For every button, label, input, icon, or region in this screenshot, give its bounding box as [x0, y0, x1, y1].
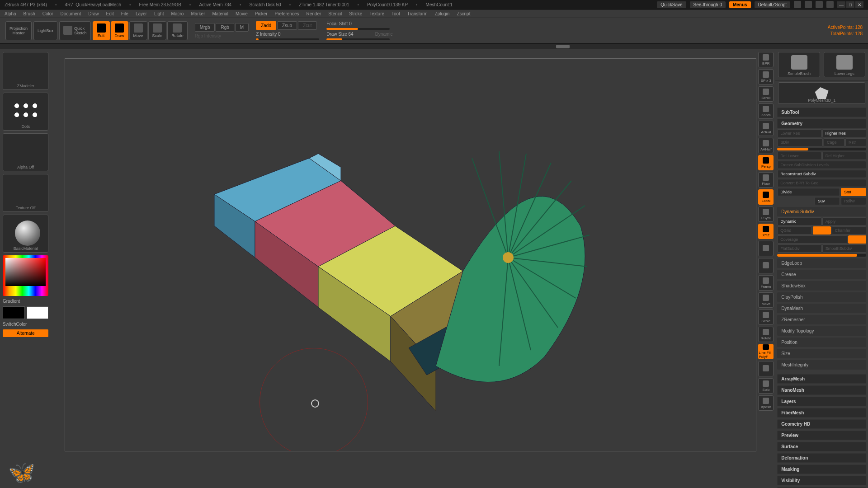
menu-item[interactable]: Preferences — [275, 11, 299, 16]
switch-color-button[interactable]: SwitchColor — [3, 322, 48, 327]
palette-layers[interactable]: Layers — [777, 397, 866, 406]
brush-slot[interactable]: ZModeler — [3, 52, 48, 90]
chamfer-slider[interactable]: Chamfer — [832, 226, 866, 235]
layout-icon[interactable] — [816, 1, 823, 8]
secondary-color[interactable] — [3, 306, 25, 319]
subtool-header[interactable]: SubTool — [777, 108, 866, 117]
smt-toggle[interactable]: Smt — [841, 188, 866, 196]
menu-item[interactable]: Light — [154, 11, 164, 16]
palette-nanomesh[interactable]: NanoMesh — [777, 385, 866, 395]
quicksave-button[interactable]: QuickSave — [657, 1, 686, 8]
alpha-slot[interactable]: Alpha Off — [3, 133, 48, 171]
menu-item[interactable]: Edit — [106, 11, 114, 16]
draw-mode-button[interactable]: Draw — [111, 21, 128, 40]
zsub-toggle[interactable]: Zsub — [277, 21, 297, 30]
menu-item[interactable]: Marker — [191, 11, 205, 16]
menu-item[interactable]: Material — [212, 11, 229, 16]
palette-arraymesh[interactable]: ArrayMesh — [777, 374, 866, 384]
shelf-scale-button[interactable]: Scale — [758, 310, 774, 325]
menu-item[interactable]: File — [121, 11, 128, 16]
quicksketch-button[interactable]: Quick Sketch — [59, 21, 91, 40]
shelf-bpr-button[interactable]: BPR — [758, 52, 774, 67]
sdiv-bar[interactable] — [777, 148, 866, 150]
color-picker[interactable] — [3, 255, 48, 296]
zadd-toggle[interactable]: Zadd — [256, 21, 276, 30]
material-slot[interactable]: BasicMaterial — [3, 215, 48, 253]
m-toggle[interactable]: M — [235, 23, 249, 32]
shelf-blank-button[interactable] — [758, 241, 774, 256]
rgb-toggle[interactable]: Rgb — [216, 23, 234, 32]
flatsubdiv-slider[interactable]: FlatSubdiv — [777, 244, 821, 253]
freeze-subdiv-button[interactable]: Freeze SubDivision Levels — [777, 161, 866, 169]
shelf-move-button[interactable]: Move — [758, 292, 774, 308]
dynamic-button[interactable]: Dynamic — [777, 217, 821, 225]
shelf-line-fill-polyf-button[interactable]: Line Fill PolyF — [758, 344, 774, 359]
shelf-aahalf-button[interactable]: AAHalf — [758, 138, 774, 153]
palette-geometry-hd[interactable]: Geometry HD — [777, 419, 866, 429]
section-position[interactable]: Position — [777, 338, 866, 347]
canvas-scroll-strip[interactable] — [0, 44, 868, 49]
menu-item[interactable]: Alpha — [5, 11, 16, 16]
shelf-zoom-button[interactable]: Zoom — [758, 103, 774, 119]
shelf-frame-button[interactable]: Frame — [758, 275, 774, 291]
section-meshintegrity[interactable]: MeshIntegrity — [777, 360, 866, 370]
smoothsubdiv-bar[interactable] — [777, 254, 866, 257]
shelf-spix-3-button[interactable]: SPix 3 — [758, 69, 774, 84]
geometry-header[interactable]: Geometry — [777, 119, 866, 128]
shelf-floor-button[interactable]: Floor — [758, 172, 774, 188]
shelf-xpose-button[interactable]: Xpose — [758, 395, 774, 411]
lightbox-button[interactable]: LightBox — [33, 21, 57, 40]
del-lower-button[interactable]: Del Lower — [777, 152, 821, 160]
section-dynamesh[interactable]: DynaMesh — [777, 304, 866, 313]
palette-fibermesh[interactable]: FiberMesh — [777, 408, 866, 418]
qgrid-value[interactable] — [813, 226, 831, 235]
shelf-solo-button[interactable]: Solo — [758, 378, 774, 394]
menu-item[interactable]: Transform — [407, 11, 427, 16]
z-intensity-label[interactable]: Z Intensity 0 — [256, 32, 319, 37]
layout-icon[interactable] — [794, 1, 801, 8]
default-zscript[interactable]: DefaultZScript — [755, 1, 790, 8]
cage-toggle[interactable]: Cage — [824, 138, 844, 146]
menu-item[interactable]: Zplugin — [435, 11, 450, 16]
scale-mode-button[interactable]: Scale — [148, 21, 167, 40]
section-shadowbox[interactable]: ShadowBox — [777, 281, 866, 291]
menu-item[interactable]: Document — [61, 11, 81, 16]
menu-item[interactable]: Tool — [392, 11, 400, 16]
minimize-button[interactable]: — — [837, 1, 845, 8]
palette-preview[interactable]: Preview — [777, 431, 866, 440]
menu-item[interactable]: Macro — [171, 11, 184, 16]
apply-button[interactable]: Apply — [822, 217, 866, 225]
seethrough-slider[interactable]: See-through 0 — [690, 1, 726, 8]
layout-icon[interactable] — [805, 1, 812, 8]
move-mode-button[interactable]: Move — [129, 21, 147, 40]
coverage-value[interactable] — [848, 235, 866, 244]
menu-item[interactable]: Picker — [255, 11, 268, 16]
edit-mode-button[interactable]: Edit — [93, 21, 110, 40]
menu-item[interactable]: Stencil — [328, 11, 342, 16]
section-size[interactable]: Size — [777, 349, 866, 358]
layout-icon[interactable] — [826, 1, 834, 8]
menu-item[interactable]: Texture — [369, 11, 384, 16]
zcut-toggle[interactable]: Zcut — [298, 21, 316, 30]
shelf-scroll-button[interactable]: Scroll — [758, 86, 774, 102]
section-crease[interactable]: Crease — [777, 270, 866, 279]
menu-item[interactable]: Draw — [88, 11, 99, 16]
menu-item[interactable]: Render — [307, 11, 321, 16]
shelf-lsym-button[interactable]: LSym — [758, 206, 774, 222]
menu-item[interactable]: Color — [42, 11, 53, 16]
stroke-slot[interactable]: Dots — [3, 93, 48, 131]
rstr-toggle[interactable]: Rstr — [845, 138, 866, 146]
reconstruct-subdiv-button[interactable]: Reconstruct Subdiv — [777, 170, 866, 178]
menu-item[interactable]: Movie — [236, 11, 248, 16]
qgrid-slider[interactable]: QGrid — [777, 226, 811, 235]
viewport[interactable] — [65, 58, 756, 451]
menu-item[interactable]: Brush — [24, 11, 35, 16]
lower-res-button[interactable]: Lower Res — [777, 129, 821, 137]
section-zremesher[interactable]: ZRemesher — [777, 315, 866, 324]
projection-master-button[interactable]: Projection Master — [5, 21, 32, 40]
del-higher-button[interactable]: Del Higher — [822, 152, 866, 160]
section-modify-topology[interactable]: Modify Topology — [777, 326, 866, 336]
suv-toggle[interactable]: Suv — [815, 197, 840, 205]
shelf-xyz-button[interactable]: XYZ — [758, 224, 774, 239]
shelf-blank-button[interactable] — [758, 361, 774, 376]
